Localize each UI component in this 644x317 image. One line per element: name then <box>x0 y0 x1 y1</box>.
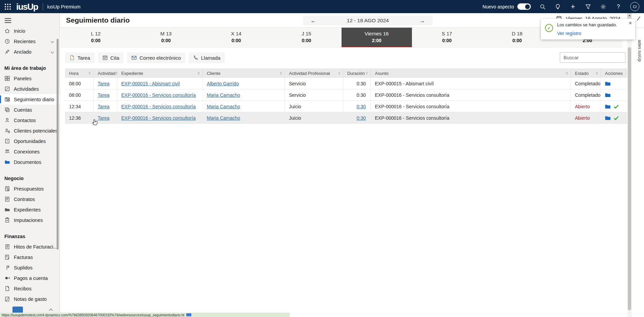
sidebar-item-suplidos[interactable]: Suplidos <box>0 262 60 273</box>
search-icon[interactable] <box>539 3 546 10</box>
activity-link[interactable]: Tarea <box>98 104 109 109</box>
table-row-hovered[interactable]: 12:36 Tarea EXP-000016 - Servicios consu… <box>65 112 627 124</box>
sidebar-item-inicio[interactable]: Inicio <box>0 26 60 36</box>
new-task-button[interactable]: Tarea <box>65 52 95 63</box>
complete-check-icon[interactable] <box>614 105 619 109</box>
sidebar-item-recibos[interactable]: Recibos <box>0 283 60 294</box>
lightbulb-icon[interactable] <box>554 3 561 10</box>
expediente-link[interactable]: EXP-000016 - Servicios consultoría <box>121 104 196 109</box>
column-header-cliente[interactable]: Cliente <box>203 68 285 78</box>
chevron-down-icon[interactable] <box>51 40 54 43</box>
new-call-button[interactable]: Llamada <box>189 52 225 63</box>
table-row[interactable]: 12:34 Tarea EXP-000016 - Servicios consu… <box>65 101 627 112</box>
cell-hora: 12:36 <box>65 112 94 123</box>
column-header-actividad-profesional[interactable]: Actividad Profesional <box>285 68 343 78</box>
cell-text: 08:00 <box>69 81 81 86</box>
cases-folder-icon <box>4 207 10 212</box>
table-row[interactable]: 08:00 Tarea EXP-000016 - Servicios consu… <box>65 89 627 101</box>
sidebar-scrollbar[interactable] <box>57 39 59 250</box>
day-tab-j15[interactable]: J 150:00 <box>271 28 342 47</box>
sidebar-item-anclado[interactable]: Anclado <box>0 47 60 57</box>
duracion-link[interactable]: 0:30 <box>357 104 366 109</box>
sidebar-item-presupuestos[interactable]: Presupuestos <box>0 183 60 194</box>
cliente-link[interactable]: Maria Camacho <box>207 115 240 121</box>
settings-gear-icon[interactable] <box>600 3 607 10</box>
app-launcher-icon[interactable] <box>5 4 11 10</box>
day-tab-m13[interactable]: M 130:00 <box>131 28 201 47</box>
open-case-folder-icon[interactable] <box>605 93 611 97</box>
day-tab-l12[interactable]: L 120:00 <box>61 28 131 47</box>
sidebar-item-notas-de-gasto[interactable]: Notas de gasto <box>0 294 60 304</box>
sidebar-item-hitos-facturacion[interactable]: Hitos de Facturaci... <box>0 241 60 252</box>
close-icon[interactable]: ✕ <box>629 21 632 26</box>
cliente-link[interactable]: Maria Camacho <box>207 92 240 98</box>
cell-hora: 08:00 <box>65 78 94 89</box>
expediente-link[interactable]: EXP-000015 - Abismart civil <box>121 81 180 86</box>
chevron-down-icon[interactable] <box>51 50 54 54</box>
sidebar-item-imputaciones[interactable]: Imputaciones <box>0 215 60 225</box>
scroll-up-arrow[interactable] <box>627 13 632 19</box>
cliente-link[interactable]: Alberto Garrido <box>207 81 239 86</box>
expediente-link[interactable]: EXP-000016 - Servicios consultoría <box>121 115 196 121</box>
clock-icon <box>4 38 10 44</box>
filter-icon[interactable] <box>585 3 591 10</box>
new-look-toggle[interactable] <box>517 3 531 10</box>
open-case-folder-icon[interactable] <box>605 116 611 120</box>
sidebar-item-recientes[interactable]: Recientes <box>0 36 60 47</box>
sidebar-item-clientes-potenciales[interactable]: Clientes potenciales <box>0 125 60 136</box>
user-avatar[interactable]: CI <box>630 2 639 11</box>
sidebar-item-label: Anclado <box>14 49 31 55</box>
sidebar-item-pagos-a-cuenta[interactable]: Pagos a cuenta <box>0 273 60 283</box>
activity-link[interactable]: Tarea <box>98 115 109 121</box>
sidebar-item-contactos[interactable]: Contactos <box>0 115 60 125</box>
column-header-duracion[interactable]: Duración <box>343 68 371 78</box>
day-tab-s17[interactable]: S 170:00 <box>412 28 482 47</box>
expediente-link[interactable]: EXP-000016 - Servicios consultoría <box>121 92 196 98</box>
sidebar-item-actividades[interactable]: Actividades <box>0 84 60 94</box>
activity-link[interactable]: Tarea <box>98 92 109 98</box>
column-header-hora[interactable]: Hora <box>65 68 94 78</box>
open-case-folder-icon[interactable] <box>605 81 611 86</box>
sidebar-item-seguimiento-diario[interactable]: Seguimiento diario <box>0 94 60 105</box>
column-header-actividad[interactable]: Actividad <box>94 68 117 78</box>
column-header-estado[interactable]: Estado <box>571 68 601 78</box>
sidebar-item-expedientes[interactable]: Expedientes <box>0 204 60 215</box>
sidebar-item-paneles[interactable]: Paneles <box>0 73 60 84</box>
scrollbar-thumb[interactable] <box>628 47 631 310</box>
connections-icon <box>4 149 10 154</box>
prev-week-arrow[interactable]: ← <box>311 18 316 24</box>
chevron-up-icon[interactable] <box>49 309 53 312</box>
column-header-expediente[interactable]: Expediente <box>117 68 203 78</box>
help-icon[interactable]: ? <box>615 3 622 10</box>
cell-text: Servicio <box>289 81 306 86</box>
pin-icon <box>4 49 10 55</box>
side-panel-tab[interactable]: ades iusUp <box>637 40 642 62</box>
column-header-asunto[interactable]: Asunto <box>371 68 571 78</box>
table-row[interactable]: 08:00 Tarea EXP-000015 - Abismart civil … <box>65 78 627 89</box>
sidebar-item-documentos[interactable]: Documentos <box>0 157 60 167</box>
column-header-acciones[interactable]: Acciones <box>601 68 627 78</box>
ver-registro-link[interactable]: Ver registro <box>557 31 581 36</box>
add-icon[interactable]: + <box>570 3 576 10</box>
sidebar-item-oportunidades[interactable]: Oportunidades <box>0 136 60 146</box>
search-input[interactable] <box>560 52 625 63</box>
day-tab-x14[interactable]: X 140:00 <box>201 28 271 47</box>
activity-link[interactable]: Tarea <box>98 81 109 86</box>
main-vertical-scrollbar[interactable] <box>627 13 632 317</box>
new-appointment-button[interactable]: Cita <box>98 52 124 63</box>
day-label: M 13 <box>131 31 201 36</box>
next-week-arrow[interactable]: → <box>419 18 425 24</box>
sidebar-item-facturas[interactable]: Facturas <box>0 252 60 262</box>
day-tab-viernes16-selected[interactable]: Viernes 162:00 <box>342 28 412 47</box>
cell-duracion: 0:30 <box>343 112 371 123</box>
open-case-folder-icon[interactable] <box>605 104 611 109</box>
duracion-link[interactable]: 0:30 <box>357 115 366 121</box>
complete-check-icon[interactable] <box>614 116 619 120</box>
status-bar-blue-box <box>186 313 191 316</box>
cliente-link[interactable]: Maria Camacho <box>207 104 240 109</box>
sidebar-item-conexiones[interactable]: Conexiones <box>0 146 60 157</box>
sidebar-item-contratos[interactable]: Contratos <box>0 194 60 204</box>
sidebar-collapse-icon[interactable] <box>5 18 11 23</box>
sidebar-item-cuentas[interactable]: Cuentas <box>0 105 60 115</box>
new-email-button[interactable]: Correo electrónico <box>127 52 185 63</box>
